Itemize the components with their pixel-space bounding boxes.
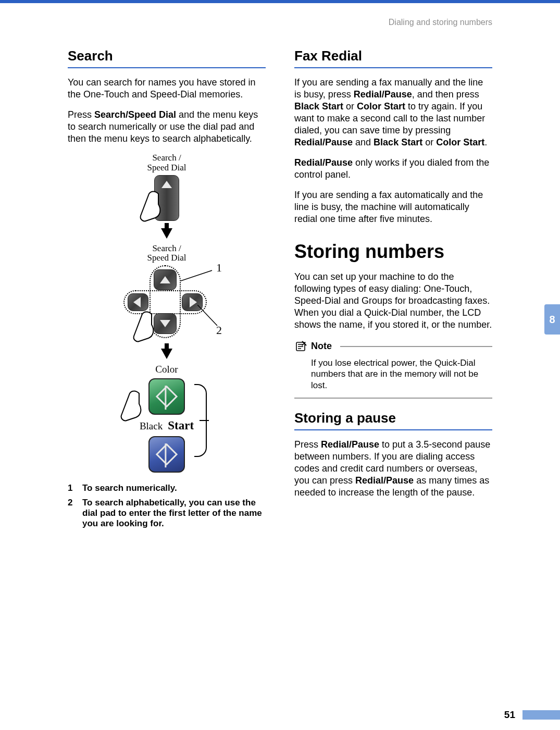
arrow-up-icon bbox=[160, 276, 170, 283]
search-figure: Search / Speed Dial Search / Speed Dial bbox=[68, 153, 266, 474]
black-start-button-illustration bbox=[148, 436, 185, 473]
color-start-button-illustration bbox=[148, 378, 185, 415]
heading-storing-pause: Storing a pause bbox=[294, 410, 492, 430]
callout-2: 2 bbox=[216, 324, 222, 337]
fax-redial-p1: If you are sending a fax manually and th… bbox=[294, 77, 492, 149]
page-number: 51 bbox=[504, 709, 515, 721]
text: and bbox=[353, 137, 374, 147]
text: Press bbox=[294, 439, 321, 450]
search-legend-list: 1 To search numerically. 2 To search alp… bbox=[68, 483, 266, 529]
breadcrumb: Dialing and storing numbers bbox=[0, 3, 560, 27]
note-label: Note bbox=[311, 341, 332, 352]
list-number: 1 bbox=[68, 483, 76, 493]
text-bold: Redial/Pause bbox=[294, 137, 353, 147]
fax-redial-p2: Redial/Pause only works if you dialed fr… bbox=[294, 157, 492, 181]
start-buttons-illustration: Color Black Start bbox=[107, 364, 227, 474]
flow-arrow-icon bbox=[161, 349, 172, 359]
list-text: To search alphabetically, you can use th… bbox=[82, 498, 266, 529]
fig-label-2: Search / Speed Dial bbox=[147, 244, 186, 263]
heading-fax-redial: Fax Redial bbox=[294, 48, 492, 68]
text-bold: Search/Speed Dial bbox=[94, 109, 176, 120]
text: Press bbox=[68, 109, 94, 120]
list-item: 2 To search alphabetically, you can use … bbox=[68, 498, 266, 529]
note-rule bbox=[340, 346, 492, 347]
start-icon bbox=[156, 386, 178, 407]
label-start: Start bbox=[168, 419, 194, 432]
chapter-tab: 8 bbox=[544, 304, 560, 335]
text-bold: Redial/Pause bbox=[354, 89, 412, 100]
note-box: Note If you lose electrical power, the Q… bbox=[294, 340, 492, 399]
fax-redial-p3: If you are sending a fax automatically a… bbox=[294, 189, 492, 225]
right-column: Fax Redial If you are sending a fax manu… bbox=[294, 48, 492, 534]
pause-p1: Press Redial/Pause to put a 3.5-second p… bbox=[294, 439, 492, 499]
list-item: 1 To search numerically. bbox=[68, 483, 266, 493]
left-column: Search You can search for names you have… bbox=[68, 48, 266, 534]
dpad-up bbox=[154, 269, 177, 290]
arrow-right-icon bbox=[190, 297, 197, 307]
text: or bbox=[343, 101, 357, 112]
dpad-illustration: 1 2 bbox=[112, 265, 221, 338]
label-color: Color bbox=[155, 364, 178, 375]
text: or bbox=[422, 137, 436, 147]
note-body: If you lose electrical power, the Quick-… bbox=[294, 353, 492, 399]
text: . bbox=[484, 137, 487, 147]
finger-icon bbox=[131, 310, 158, 344]
bracket-pointer bbox=[200, 415, 211, 426]
heading-storing-numbers: Storing numbers bbox=[294, 241, 492, 263]
list-text: To search numerically. bbox=[82, 483, 177, 493]
text-bold: Color Start bbox=[436, 137, 484, 147]
note-icon bbox=[294, 340, 308, 353]
heading-search: Search bbox=[68, 48, 266, 68]
fig-label-1: Search / Speed Dial bbox=[147, 153, 186, 172]
storing-intro: You can set up your machine to do the fo… bbox=[294, 271, 492, 331]
main-content: Search You can search for names you have… bbox=[0, 27, 560, 534]
start-icon bbox=[156, 443, 178, 465]
arrow-down-icon bbox=[160, 320, 170, 327]
list-number: 2 bbox=[68, 498, 76, 529]
search-intro-1: You can search for names you have stored… bbox=[68, 77, 266, 101]
text-bold: Redial/Pause bbox=[355, 475, 414, 486]
text-bold: Redial/Pause bbox=[294, 157, 353, 168]
arrow-up-icon bbox=[161, 181, 172, 188]
svg-line-0 bbox=[181, 270, 212, 281]
svg-line-1 bbox=[197, 305, 217, 326]
callout-1: 1 bbox=[216, 261, 222, 275]
arrow-left-icon bbox=[133, 297, 141, 307]
text: , and then press bbox=[412, 89, 479, 100]
dpad-left bbox=[128, 293, 148, 311]
search-intro-2: Press Search/Speed Dial and the menu key… bbox=[68, 109, 266, 145]
text-bold: Redial/Pause bbox=[321, 439, 379, 450]
text-bold: Black Start bbox=[294, 101, 343, 112]
text-bold: Color Start bbox=[357, 101, 405, 112]
flow-arrow-icon bbox=[161, 228, 172, 239]
page-footer: 51 bbox=[504, 709, 560, 721]
finger-icon bbox=[138, 190, 165, 224]
callout-line-1 bbox=[181, 268, 218, 284]
finger-icon bbox=[118, 389, 145, 424]
text-bold: Black Start bbox=[374, 137, 422, 147]
footer-accent bbox=[522, 710, 560, 720]
note-header: Note bbox=[294, 340, 492, 353]
